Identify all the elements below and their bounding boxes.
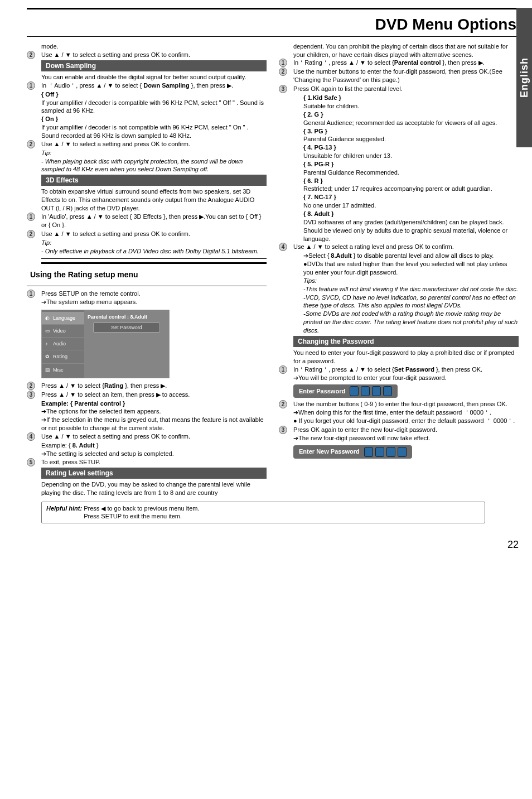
menu-tab: ◐Language [42,312,84,325]
text: Press OK again to enter the new four-dig… [293,426,519,434]
tip-label: Tip: [27,149,267,157]
text: You can enable and disable the digital s… [27,73,267,81]
heading-change-password: Changing the Password [293,336,519,347]
text: In 'Audio', press ▲ / ▼ to select { 3D E… [41,213,267,229]
text: Press OK again to list the parental leve… [293,85,519,93]
menu-tab: ▤Misc [42,364,84,376]
heading-rating-setup: Using the Rating setup menu [30,269,267,280]
step-1-icon: 1 [279,365,287,374]
helpful-hint-label: Helpful hint: [46,505,82,512]
text: ➔Select { 8.Adult } to disable parental … [303,252,519,260]
heading-3d-effects: 3D Effects [41,175,267,186]
tip-text: - Only effective in playback of a DVD Vi… [27,247,267,256]
level-5: { 5. PG-R } [303,160,519,169]
enter-new-password-box: Enter New Password [293,445,412,459]
tip-text: -This feature will not limit viewing if … [303,285,519,293]
language-tab: English [516,8,532,147]
page-number: 22 [507,538,519,551]
text: ➔The options for the selected item appea… [27,407,267,416]
text: In＇Rating＇, press ▲ / ▼ to select {Set P… [293,365,519,374]
text: Example: { 8. Adult } [27,441,267,450]
heading-down-sampling: Down Sampling [41,60,267,71]
tip-label: Tip: [27,239,267,247]
text: Press ▲ / ▼ to select an item, then pres… [41,391,267,399]
hint-line: Press ◀ to go back to previous menu item… [84,504,199,513]
level-2: { 2. G } [303,110,519,119]
text: ● If you forget your old four-digit pass… [293,417,519,425]
text: No one under 17 admitted. [303,201,519,210]
setup-menu-illustration: ◐Language ▭Video ♪Audio ✿Rating ▤Misc Pa… [41,310,170,378]
step-1-icon: 1 [27,81,35,90]
enter-new-password-label: Enter New Password [299,447,360,456]
text: Restricted; under 17 requires accompanyi… [303,185,519,193]
text: Depending on the DVD, you may be asked t… [27,480,267,497]
text: In＇Rating＇, press ▲ / ▼ to select {Paren… [293,59,519,67]
menu-tab: ▭Video [42,325,84,338]
text: Suitable for children. [303,102,519,110]
menu-row: Parental control : 8.Adult [88,314,166,320]
menu-tab: ♪Audio [42,338,84,350]
tip-text: - When playing back disc with copyright … [27,157,267,174]
tip-text: -VCD, SVCD, CD have no level indication,… [303,293,519,310]
text: You need to enter your four-digit passwo… [279,349,519,365]
text: To exit, press SETUP. [41,458,267,466]
text: Use ▲ / ▼ to select a setting and press … [41,432,267,441]
helpful-hint-box: Helpful hint: Press ◀ to go back to prev… [41,502,485,524]
text: ➔When doing this for the first time, ent… [293,408,519,417]
text: ●DVDs that are rated higher than the lev… [303,260,519,277]
text: If your amplifier / decoder is not compa… [27,123,267,140]
step-4-icon: 4 [279,243,287,251]
step-2-icon: 2 [27,230,35,238]
page-title: DVD Menu Options [27,11,519,36]
step-1-icon: 1 [27,213,35,221]
tip-text: -Some DVDs are not coded with a rating t… [303,310,519,335]
text: ➔You will be prompted to enter your four… [293,374,519,382]
enter-password-label: Enter Password [299,387,345,396]
menu-tab: ✿Rating [42,350,84,363]
level-8: { 8. Adult } [303,210,519,218]
text: General Audience; recommended as accepta… [303,119,519,127]
text: Use the number buttons to enter the four… [293,68,519,84]
text: ➔If the selection in the menu is greyed … [27,416,267,432]
step-3-icon: 3 [279,426,287,434]
level-4: { 4. PG-13 } [303,143,519,152]
text: ➔The system setup menu appears. [41,298,267,306]
example-label: Example: { Parental control } [27,399,267,408]
option-on: { On } [27,115,267,123]
step-3-icon: 3 [279,85,287,93]
text: ➔The new four-digit password will now ta… [293,434,519,442]
level-1: { 1.Kid Safe } [303,94,519,102]
hint-line: Press SETUP to exit the menu item. [84,512,199,521]
text: dependent. You can prohibit the playing … [279,42,519,59]
text: In ＇Audio＇, press ▲ / ▼ to select { Down… [41,81,267,90]
text: Use the number buttons ( 0-9 ) to enter … [293,400,519,408]
level-3: { 3. PG } [303,127,519,136]
text: Parental Guidance suggested. [303,135,519,143]
text: To obtain expansive virtual surround sou… [27,187,267,213]
tips-label: Tips: [303,277,519,285]
text: If your amplifier / decoder is compatibl… [27,99,267,115]
level-6: { 6. R } [303,177,519,185]
option-off: { Off } [27,90,267,99]
step-1-icon: 1 [27,290,35,298]
text: Unsuitable for children under 13. [303,152,519,160]
text: Press SETUP on the remote control. [41,290,267,298]
text: Use ▲ / ▼ to select a setting and press … [41,51,267,59]
text: Use ▲ / ▼ to select a rating level and p… [293,243,519,251]
step-3-icon: 3 [27,391,35,399]
step-2-icon: 2 [279,400,287,408]
text: DVD softwares of any grades (adult/gener… [303,218,519,243]
text: Press ▲ / ▼ to select {Rating }, then pr… [41,382,267,390]
step-2-icon: 2 [27,140,35,148]
menu-set-password-button: Set Password [93,323,160,333]
text: Use ▲ / ▼ to select a setting and press … [41,140,267,148]
enter-password-box: Enter Password [293,384,398,398]
step-1-icon: 1 [279,59,287,67]
text: ➔The setting is selected and setup is co… [27,450,267,458]
step-2-icon: 2 [279,68,287,76]
text: mode. [27,42,267,51]
text: Parental Guidance Recommended. [303,169,519,177]
heading-rating-level: Rating Level settings [41,468,267,479]
text: Use ▲ / ▼ to select a setting and press … [41,230,267,238]
level-7: { 7. NC-17 } [303,193,519,201]
